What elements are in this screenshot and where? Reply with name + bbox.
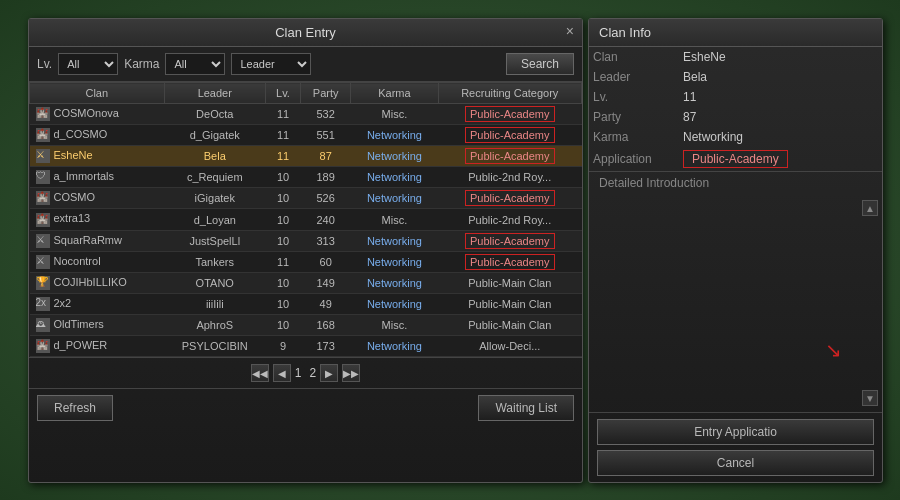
col-clan: Clan	[30, 83, 165, 104]
filter-row: Lv. All Karma All Leader Search	[29, 47, 582, 82]
category-cell: Public-Main Clan	[438, 272, 581, 293]
karma-select[interactable]: All	[165, 53, 225, 75]
clan-value: EsheNe	[679, 47, 882, 67]
lv-cell: 11	[266, 146, 301, 167]
clan-icon: 🏰	[36, 339, 50, 353]
arrow-indicator: ↘	[825, 338, 842, 362]
lv-label: Lv.	[37, 57, 52, 71]
table-row[interactable]: ⚔Nocontrol Tankers 11 60 Networking Publ…	[30, 251, 582, 272]
entry-application-button[interactable]: Entry Applicatio	[597, 419, 874, 445]
clan-icon: 🏰	[36, 191, 50, 205]
waiting-list-button[interactable]: Waiting List	[478, 395, 574, 421]
category-cell: Public-2nd Roy...	[438, 167, 581, 188]
clan-name-cell: 🏰d_POWER	[30, 336, 165, 357]
category-cell: Public-2nd Roy...	[438, 209, 581, 230]
prev-page-btn[interactable]: ◀	[273, 364, 291, 382]
col-leader: Leader	[164, 83, 266, 104]
party-cell: 189	[300, 167, 350, 188]
karma-cell: Networking	[351, 230, 438, 251]
karma-cell: Networking	[351, 293, 438, 314]
leader-value: Bela	[679, 67, 882, 87]
refresh-button[interactable]: Refresh	[37, 395, 113, 421]
karma-cell: Networking	[351, 251, 438, 272]
table-row[interactable]: 🏰d_COSMO d_Gigatek 11 551 Networking Pub…	[30, 125, 582, 146]
dialog-title: Clan Entry ×	[29, 19, 582, 47]
clan-name-cell: ⚔Nocontrol	[30, 251, 165, 272]
scroll-down-btn[interactable]: ▼	[862, 390, 878, 406]
leader-label: Leader	[589, 67, 679, 87]
table-row[interactable]: 🏆COJIHbILLIKO OTANO 10 149 Networking Pu…	[30, 272, 582, 293]
lv-cell: 10	[266, 188, 301, 209]
page-1[interactable]: 1	[295, 366, 302, 380]
scroll-up-btn[interactable]: ▲	[862, 200, 878, 216]
party-cell: 240	[300, 209, 350, 230]
clan-info-table: Clan EsheNe Leader Bela Lv. 11 Party 87 …	[589, 47, 882, 171]
clan-icon: 🛡	[36, 170, 50, 184]
leader-cell: d_Gigatek	[164, 125, 266, 146]
table-row[interactable]: 🏰COSMO iGigatek 10 526 Networking Public…	[30, 188, 582, 209]
table-row[interactable]: 🏰COSMOnova DeOcta 11 532 Misc. Public-Ac…	[30, 104, 582, 125]
party-cell: 149	[300, 272, 350, 293]
leader-cell: c_Requiem	[164, 167, 266, 188]
leader-cell: OTANO	[164, 272, 266, 293]
leader-cell: Bela	[164, 146, 266, 167]
category-cell: Public-Academy	[438, 251, 581, 272]
party-cell: 532	[300, 104, 350, 125]
category-cell: Public-Main Clan	[438, 314, 581, 335]
last-page-btn[interactable]: ▶▶	[342, 364, 360, 382]
table-row[interactable]: 🛡a_Immortals c_Requiem 10 189 Networking…	[30, 167, 582, 188]
karma-cell: Networking	[351, 167, 438, 188]
party-cell: 313	[300, 230, 350, 251]
karma-info-label: Karma	[589, 127, 679, 147]
lv-cell: 9	[266, 336, 301, 357]
clan-name-cell: 🏰COSMOnova	[30, 104, 165, 125]
cancel-button[interactable]: Cancel	[597, 450, 874, 476]
category-cell: Public-Academy	[438, 125, 581, 146]
lv-cell: 10	[266, 167, 301, 188]
table-row[interactable]: 🏰d_POWER PSYLOCIBIN 9 173 Networking All…	[30, 336, 582, 357]
party-cell: 173	[300, 336, 350, 357]
karma-cell: Networking	[351, 188, 438, 209]
clan-name-cell: 🏆COJIHbILLIKO	[30, 272, 165, 293]
clan-table-container: Clan Leader Lv. Party Karma Recruiting C…	[29, 82, 582, 357]
lv-select[interactable]: All	[58, 53, 118, 75]
table-row[interactable]: ⚔EsheNe Bela 11 87 Networking Public-Aca…	[30, 146, 582, 167]
clan-icon: ⚔	[36, 234, 50, 248]
party-label: Party	[589, 107, 679, 127]
leader-select[interactable]: Leader	[231, 53, 311, 75]
clan-icon: 🏰	[36, 107, 50, 121]
col-karma: Karma	[351, 83, 438, 104]
category-cell: Allow-Deci...	[438, 336, 581, 357]
leader-cell: DeOcta	[164, 104, 266, 125]
first-page-btn[interactable]: ◀◀	[251, 364, 269, 382]
page-2[interactable]: 2	[310, 366, 317, 380]
col-lv: Lv.	[266, 83, 301, 104]
col-category: Recruiting Category	[438, 83, 581, 104]
category-cell: Public-Main Clan	[438, 293, 581, 314]
clan-icon: ⚔	[36, 149, 50, 163]
karma-cell: Misc.	[351, 314, 438, 335]
clan-name-cell: 🏰d_COSMO	[30, 125, 165, 146]
table-row[interactable]: ⚔SquarRaRmw JustSpelLl 10 313 Networking…	[30, 230, 582, 251]
col-party: Party	[300, 83, 350, 104]
party-cell: 49	[300, 293, 350, 314]
table-row[interactable]: 2x2x2 iiiIili 10 49 Networking Public-Ma…	[30, 293, 582, 314]
leader-cell: AphroS	[164, 314, 266, 335]
table-row[interactable]: 🕰OldTimers AphroS 10 168 Misc. Public-Ma…	[30, 314, 582, 335]
clan-name-cell: ⚔EsheNe	[30, 146, 165, 167]
karma-cell: Networking	[351, 146, 438, 167]
table-row[interactable]: 🏰extra13 d_Loyan 10 240 Misc. Public-2nd…	[30, 209, 582, 230]
category-cell: Public-Academy	[438, 104, 581, 125]
clan-name-cell: ⚔SquarRaRmw	[30, 230, 165, 251]
close-button[interactable]: ×	[566, 23, 574, 39]
clan-info-title: Clan Info	[589, 19, 882, 47]
party-cell: 87	[300, 146, 350, 167]
leader-cell: JustSpelLl	[164, 230, 266, 251]
next-page-btn[interactable]: ▶	[320, 364, 338, 382]
clan-name-cell: 🏰COSMO	[30, 188, 165, 209]
category-cell: Public-Academy	[438, 230, 581, 251]
karma-cell: Misc.	[351, 209, 438, 230]
search-button[interactable]: Search	[506, 53, 574, 75]
karma-cell: Networking	[351, 125, 438, 146]
karma-cell: Misc.	[351, 104, 438, 125]
